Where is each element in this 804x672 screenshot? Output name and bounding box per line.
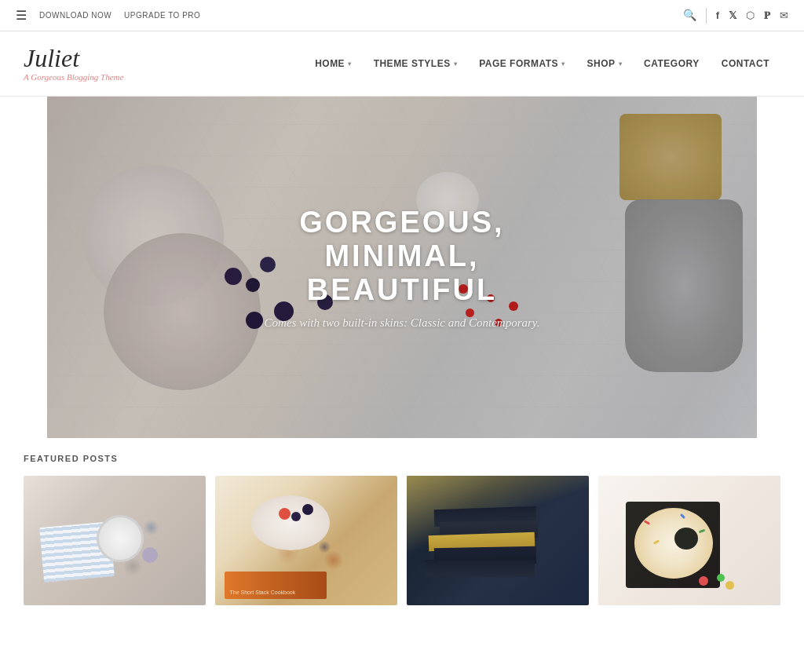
site-tagline: A Gorgeous Blogging Theme bbox=[24, 72, 123, 82]
hero-subtitle: Comes with two built-in skins: Classic a… bbox=[225, 316, 579, 330]
divider bbox=[706, 8, 707, 24]
top-bar: ☰ DOWNLOAD NOW UPGRADE TO PRO 🔍 f 𝕏 ⬡ 𝐏 … bbox=[0, 0, 804, 31]
featured-posts-section: FEATURED POSTS The Short bbox=[0, 438, 804, 613]
nav-category[interactable]: CATEGORY bbox=[633, 52, 711, 75]
site-header: Juliet A Gorgeous Blogging Theme HOME ▾ … bbox=[0, 31, 804, 97]
facebook-icon[interactable]: f bbox=[716, 9, 719, 21]
featured-card-2[interactable]: The Short Stack Cookbook bbox=[215, 476, 397, 605]
nav-home[interactable]: HOME ▾ bbox=[304, 52, 363, 75]
chevron-down-icon: ▾ bbox=[561, 60, 565, 68]
hamburger-menu-icon[interactable]: ☰ bbox=[16, 8, 27, 23]
top-bar-right: 🔍 f 𝕏 ⬡ 𝐏 ✉ bbox=[683, 8, 788, 24]
chevron-down-icon: ▾ bbox=[454, 60, 458, 68]
nav-shop[interactable]: SHOP ▾ bbox=[576, 52, 634, 75]
hero-banner: GORGEOUS, MINIMAL, BEAUTIFUL Comes with … bbox=[47, 97, 757, 438]
featured-card-4[interactable] bbox=[598, 476, 780, 605]
featured-card-1[interactable] bbox=[24, 476, 206, 605]
main-nav: HOME ▾ THEME STYLES ▾ PAGE FORMATS ▾ SHO… bbox=[304, 52, 780, 75]
download-now-link[interactable]: DOWNLOAD NOW bbox=[39, 11, 111, 20]
search-icon[interactable]: 🔍 bbox=[683, 9, 696, 22]
logo[interactable]: Juliet A Gorgeous Blogging Theme bbox=[24, 46, 123, 82]
pinterest-icon[interactable]: 𝐏 bbox=[764, 9, 770, 22]
nav-theme-styles[interactable]: THEME STYLES ▾ bbox=[363, 52, 469, 75]
nav-contact[interactable]: CONTACT bbox=[711, 52, 780, 75]
chevron-down-icon: ▾ bbox=[619, 60, 623, 68]
instagram-icon[interactable]: ⬡ bbox=[746, 9, 755, 22]
featured-card-3[interactable] bbox=[407, 476, 589, 605]
nav-page-formats[interactable]: PAGE FORMATS ▾ bbox=[468, 52, 576, 75]
featured-grid: The Short Stack Cookbook bbox=[24, 476, 780, 605]
email-icon[interactable]: ✉ bbox=[780, 9, 788, 22]
chevron-down-icon: ▾ bbox=[348, 60, 352, 68]
hero-title: GORGEOUS, MINIMAL, BEAUTIFUL bbox=[225, 206, 579, 307]
upgrade-pro-link[interactable]: UPGRADE TO PRO bbox=[124, 11, 200, 20]
twitter-icon[interactable]: 𝕏 bbox=[729, 9, 736, 21]
hero-text-block: GORGEOUS, MINIMAL, BEAUTIFUL Comes with … bbox=[225, 206, 579, 330]
site-title: Juliet bbox=[24, 46, 123, 71]
featured-posts-label: FEATURED POSTS bbox=[24, 454, 780, 463]
top-bar-left: ☰ DOWNLOAD NOW UPGRADE TO PRO bbox=[16, 8, 200, 23]
